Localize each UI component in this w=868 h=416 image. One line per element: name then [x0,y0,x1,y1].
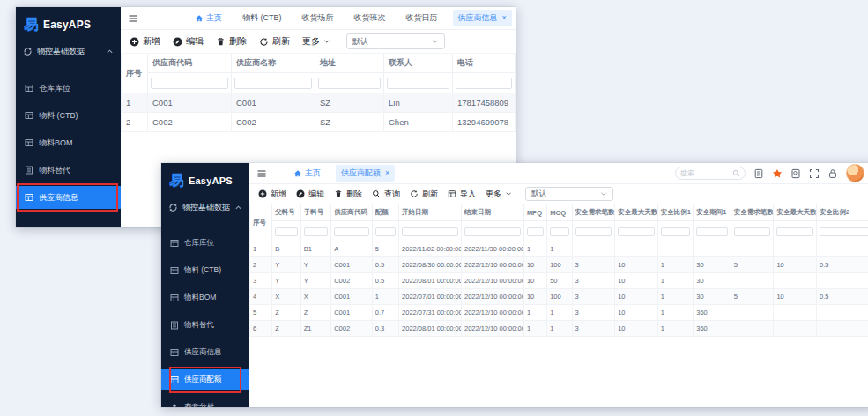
column-filter-input[interactable] [375,227,396,236]
column-header-供应商代码[interactable]: 供应商代码 [148,54,232,73]
column-header-供应商代码[interactable]: 供应商代码 [331,204,373,221]
app-logo[interactable]: 易 EasyAPS [16,7,121,40]
column-filter-input[interactable] [318,78,381,89]
table-row[interactable]: 6ZZ1C0020.32022/08/01 00:00:002022/12/10… [250,321,868,337]
form-icon[interactable] [753,168,764,179]
column-header-安全比例2[interactable]: 安全比例2 [817,204,868,221]
column-header-子料号[interactable]: 子料号 [300,204,330,221]
table-row[interactable]: 5ZZC0010.72022/07/31 00:00:002022/12/10 … [250,305,868,321]
view-select[interactable]: 默认 [525,187,613,201]
column-filter-input[interactable] [402,227,458,236]
查询-button[interactable]: 查询 [372,189,400,200]
table-row[interactable]: 2C002C002SZChen13294699078 [122,113,516,132]
close-icon[interactable]: × [502,14,507,22]
column-filter-input[interactable] [151,78,228,89]
sidebar-item-供应商信息[interactable]: 供应商信息 [16,186,121,209]
search-input[interactable] [680,169,732,177]
column-header-联系人[interactable]: 联系人 [384,54,453,73]
column-filter-input[interactable] [550,227,568,236]
sidebar-item-仓库库位[interactable]: 仓库库位 [161,233,249,254]
more-button[interactable]: 更多 [486,189,512,200]
sidebar-item-供应商信息[interactable]: 供应商信息 [161,342,249,363]
sidebar-item-物料BOM[interactable]: 物料BOM [16,131,121,154]
column-filter-input[interactable] [527,227,544,236]
column-header-开始日期[interactable]: 开始日期 [399,204,462,221]
fullscreen-icon[interactable] [809,168,820,179]
编辑-button[interactable]: 编辑 [173,35,204,48]
table-row[interactable]: 1C001C001SZLin17817458809 [122,93,516,113]
column-header-安全比例1[interactable]: 安全比例1 [657,204,694,221]
sidebar-item-供应商配额[interactable]: 供应商配额 [161,369,249,390]
删除-button[interactable]: 删除 [334,189,362,200]
编辑-button[interactable]: 编辑 [296,189,324,200]
column-header-安全最大天数1[interactable]: 安全最大天数1 [615,204,658,221]
column-header-安全需求笔数1[interactable]: 安全需求笔数1 [572,204,615,221]
column-filter-input[interactable] [234,78,312,89]
column-header-配额[interactable]: 配额 [372,204,398,221]
sidebar-item-物料 (CTB)[interactable]: 物料 (CTB) [16,104,121,127]
table-row[interactable]: 2YYC0010.52022/08/30 00:00:002022/12/10 … [250,257,868,273]
tab-收货班次[interactable]: 收货班次 [349,10,391,26]
sidebar-group-material-basic-data[interactable]: 物控基础数据 [161,196,249,219]
hamburger-menu-icon[interactable] [128,13,138,24]
删除-button[interactable]: 删除 [216,35,247,48]
column-header-安全最大天数2[interactable]: 安全最大天数2 [774,204,817,221]
column-filter-input[interactable] [618,227,655,236]
star-icon[interactable] [772,168,783,179]
column-filter-input[interactable] [464,227,521,236]
column-header-父料号[interactable]: 父料号 [272,204,300,221]
table-row[interactable]: 3YYC0020.52022/08/01 00:00:002022/12/10 … [250,273,868,289]
column-filter-input[interactable] [334,227,369,236]
column-filter-input[interactable] [456,78,512,89]
lock-icon[interactable] [827,168,838,179]
tab-supplier-info-active[interactable]: 供应商信息 × [453,10,512,26]
tab-supplier-quota-active[interactable]: 供应商配额 × [336,165,395,182]
刷新-button[interactable]: 刷新 [410,189,438,200]
sidebar-group-material-basic-data[interactable]: 物控基础数据 [16,40,121,63]
column-header-地址[interactable]: 地址 [315,54,384,73]
column-header-结束日期[interactable]: 结束日期 [461,204,523,221]
column-filter-input[interactable] [387,78,449,89]
tab-物料 (CTB)[interactable]: 物料 (CTB) [237,10,287,26]
column-filter-input[interactable] [575,227,612,236]
app-logo[interactable]: 易 EasyAPS [161,163,249,196]
column-header-MOQ[interactable]: MOQ [547,204,572,221]
sidebar-item-齐套分析[interactable]: 齐套分析 [161,397,249,407]
tab-home[interactable]: 主页 [189,10,227,26]
tab-收货场所[interactable]: 收货场所 [297,10,339,26]
sidebar-item-物料替代[interactable]: 物料替代 [16,159,121,182]
doc-search-icon[interactable] [790,168,801,179]
column-filter-input[interactable] [304,227,328,236]
新增-button[interactable]: 新增 [130,35,160,48]
column-filter-input[interactable] [820,227,868,236]
sidebar-item-物料替代[interactable]: 物料替代 [161,315,249,336]
table-row[interactable]: 1BB1A52022/11/02 00:00:002022/11/30 00:0… [250,241,868,257]
tab-home[interactable]: 主页 [288,165,326,182]
column-header-MPQ[interactable]: MPQ [523,204,546,221]
close-icon[interactable]: × [385,169,389,177]
column-header-电话[interactable]: 电话 [453,54,516,73]
user-avatar[interactable] [846,164,864,182]
view-select[interactable]: 默认 [346,33,445,49]
sidebar-item-物料BOM[interactable]: 物料BOM [161,287,249,308]
刷新-button[interactable]: 刷新 [259,35,290,48]
column-filter-input[interactable] [275,227,297,236]
sidebar-item-物料 (CTB)[interactable]: 物料 (CTB) [161,260,249,281]
sidebar-item-仓库库位[interactable]: 仓库库位 [16,77,121,100]
column-filter-input[interactable] [734,227,771,236]
column-header-安全期间1[interactable]: 安全期间1 [694,204,731,221]
tab-收货日历[interactable]: 收货日历 [401,10,443,26]
more-button[interactable]: 更多 [302,35,330,48]
导入-button[interactable]: 导入 [448,189,476,200]
table-cell: 10 [615,273,658,289]
column-filter-input[interactable] [661,227,691,236]
column-header-安全需求笔数2[interactable]: 安全需求笔数2 [731,204,774,221]
column-header-序号[interactable]: 序号 [250,204,272,241]
column-filter-input[interactable] [696,227,728,236]
column-filter-input[interactable] [776,227,813,236]
column-header-供应商名称[interactable]: 供应商名称 [232,54,315,73]
table-row[interactable]: 4XXC00112022/07/01 00:00:002022/12/10 00… [250,289,868,305]
新增-button[interactable]: 新增 [258,189,286,200]
hamburger-menu-icon[interactable] [256,168,267,179]
column-header-序号[interactable]: 序号 [122,54,148,93]
